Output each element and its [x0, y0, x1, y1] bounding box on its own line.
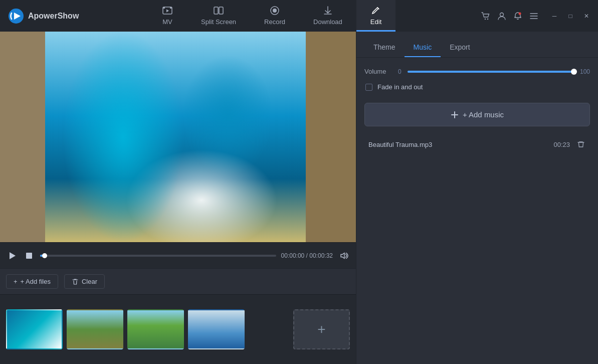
svg-point-10: [487, 18, 488, 19]
music-list: Beautiful Trauma.mp3 00:23: [364, 134, 590, 154]
volume-row: Volume 0 100: [364, 68, 590, 75]
volume-fill: [408, 71, 574, 73]
bottom-toolbar: + + Add files Clear: [0, 268, 356, 294]
music-name: Beautiful Trauma.mp3: [368, 141, 432, 148]
add-thumbnail-button[interactable]: +: [293, 309, 350, 349]
volume-min-value: 0: [398, 68, 402, 75]
svg-rect-3: [163, 7, 165, 9]
hamburger-icon: [529, 12, 538, 21]
tab-mv-label: MV: [162, 18, 172, 26]
video-main: [45, 32, 306, 242]
tab-export-label: Export: [450, 43, 470, 51]
trash-icon: [577, 140, 585, 148]
tab-download[interactable]: Download: [299, 0, 356, 32]
volume-thumb: [571, 69, 577, 75]
restore-button[interactable]: □: [563, 10, 578, 22]
left-panel: 00:00:00 / 00:00:32 + + Add files Clear: [0, 32, 356, 364]
cart-icon-btn[interactable]: [479, 9, 493, 23]
logo-area: ApowerShow: [0, 8, 148, 24]
fade-checkbox[interactable]: [365, 84, 372, 91]
svg-marker-13: [10, 252, 16, 259]
tab-export[interactable]: Export: [441, 38, 479, 57]
stop-button[interactable]: [23, 250, 35, 262]
playback-controls: 00:00:00 / 00:00:32: [0, 242, 356, 268]
music-duration: 00:23: [553, 141, 570, 148]
clear-icon: [72, 278, 79, 285]
music-delete-button[interactable]: [576, 139, 586, 149]
user-icon: [497, 12, 506, 21]
progress-bar[interactable]: [40, 255, 276, 257]
video-canvas: [0, 32, 356, 242]
tab-music[interactable]: Music: [405, 38, 441, 57]
record-icon: [269, 5, 280, 16]
app-title: ApowerShow: [28, 12, 79, 21]
music-item: Beautiful Trauma.mp3 00:23: [364, 134, 590, 154]
window-controls: ─ □ ✕: [547, 10, 594, 22]
cart-icon: [481, 12, 490, 21]
right-panel: Theme Music Export Volume 0 100: [356, 32, 598, 364]
svg-rect-4: [170, 7, 172, 9]
tab-record[interactable]: Record: [250, 0, 299, 32]
video-side-left: [0, 32, 45, 242]
wave-visual: [45, 32, 306, 242]
mv-icon: [162, 5, 173, 16]
svg-point-12: [519, 12, 521, 15]
download-icon: [322, 5, 333, 16]
add-music-icon: [451, 111, 459, 119]
app-logo-icon: [8, 8, 24, 24]
notification-icon-btn[interactable]: [511, 9, 525, 23]
volume-label: Volume: [364, 68, 392, 75]
add-files-icon: +: [14, 278, 18, 285]
thumbnail-strip: +: [0, 294, 356, 364]
tab-mv[interactable]: MV: [148, 0, 187, 32]
clear-label: Clear: [82, 278, 97, 285]
thumbnail-4[interactable]: [188, 309, 245, 349]
nav-tabs: MV Split Screen Record Download: [148, 0, 479, 32]
right-panel-tabs: Theme Music Export: [356, 32, 598, 58]
add-files-button[interactable]: + + Add files: [6, 274, 58, 289]
music-item-controls: 00:23: [553, 139, 586, 149]
split-screen-icon: [213, 5, 224, 16]
volume-icon: [339, 251, 348, 260]
svg-rect-6: [219, 7, 223, 14]
add-thumbnail-icon: +: [317, 321, 325, 337]
tab-record-label: Record: [264, 18, 285, 26]
tab-theme[interactable]: Theme: [364, 38, 405, 57]
progress-thumb: [42, 253, 47, 258]
svg-point-11: [500, 13, 504, 16]
close-button[interactable]: ✕: [579, 10, 594, 22]
svg-rect-5: [214, 7, 218, 14]
play-icon: [8, 251, 17, 260]
tab-theme-label: Theme: [373, 43, 395, 51]
edit-icon: [370, 5, 381, 16]
minimize-button[interactable]: ─: [547, 10, 562, 22]
volume-slider[interactable]: [408, 71, 574, 73]
svg-point-8: [273, 9, 277, 13]
fade-label: Fade in and out: [377, 83, 423, 91]
volume-max-value: 100: [580, 68, 590, 75]
titlebar: ApowerShow MV Split Screen: [0, 0, 598, 32]
header-icons: [479, 9, 541, 23]
play-button[interactable]: [6, 250, 18, 262]
add-music-label: + Add music: [463, 110, 504, 119]
thumbnail-2[interactable]: [67, 309, 123, 349]
tab-edit[interactable]: Edit: [356, 0, 395, 32]
thumbnail-3[interactable]: [127, 309, 184, 349]
right-content: Volume 0 100 Fade in and out + Add music: [356, 58, 598, 364]
video-side-right: [306, 32, 356, 242]
fade-row: Fade in and out: [365, 83, 590, 91]
tab-split-screen[interactable]: Split Screen: [187, 0, 250, 32]
menu-icon-btn[interactable]: [527, 9, 541, 23]
add-music-button[interactable]: + Add music: [364, 103, 590, 126]
user-icon-btn[interactable]: [495, 9, 509, 23]
svg-rect-14: [26, 253, 32, 259]
tab-music-label: Music: [414, 43, 432, 51]
tab-download-label: Download: [313, 18, 342, 26]
volume-button[interactable]: [338, 250, 350, 262]
clear-button[interactable]: Clear: [64, 274, 105, 289]
thumbnail-1[interactable]: [6, 309, 63, 349]
add-files-label: + Add files: [21, 278, 51, 285]
bell-icon: [513, 12, 522, 21]
main-content: 00:00:00 / 00:00:32 + + Add files Clear: [0, 32, 598, 364]
svg-point-9: [485, 18, 486, 19]
